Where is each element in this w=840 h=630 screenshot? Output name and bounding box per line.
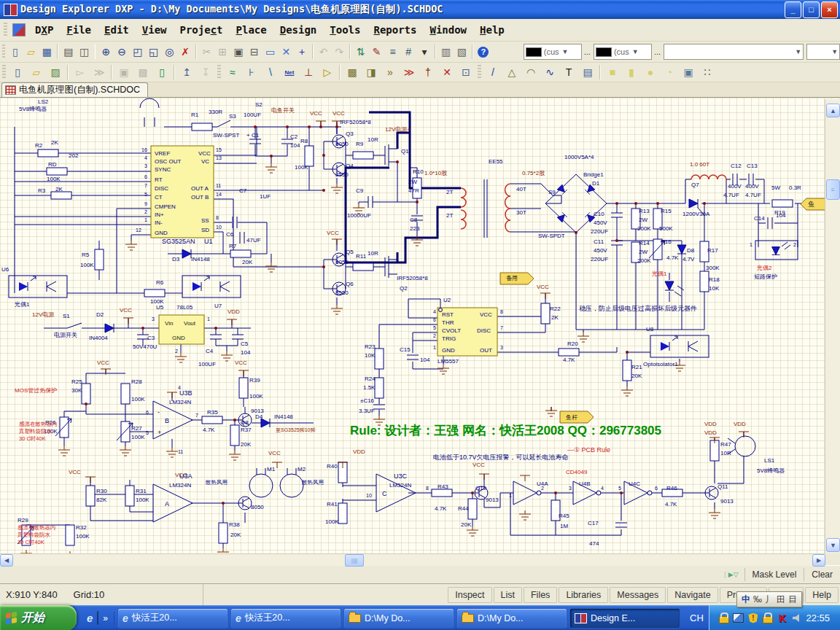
bus-entry-icon[interactable]: \ — [262, 63, 279, 81]
clear-filter-icon[interactable]: ✗ — [178, 43, 192, 61]
power-port-icon[interactable]: ▷ — [319, 63, 336, 81]
print-preview-icon[interactable]: ◫ — [77, 43, 92, 61]
save-icon[interactable]: ▦ — [40, 43, 55, 61]
ime-icon-2[interactable]: ‰ — [753, 594, 762, 604]
text-frame-icon[interactable]: ▤ — [579, 63, 596, 81]
array-icon[interactable]: ∷ — [699, 63, 716, 81]
panel-button-navigate[interactable]: Navigate — [667, 587, 718, 603]
paste-doc-icon[interactable]: ▩ — [134, 63, 152, 81]
import-icon[interactable]: ▨ — [47, 63, 64, 81]
cross-probe-icon[interactable]: ⇅ — [354, 43, 368, 61]
tray-monitor-icon[interactable] — [733, 612, 744, 623]
horizontal-scrollbar[interactable]: ◀ |||| ▶ — [0, 553, 825, 566]
wide-combo[interactable]: ▼ — [664, 44, 804, 60]
grid-dropdown-icon[interactable]: ▾ — [417, 43, 432, 61]
taskbar-button-3[interactable]: D:\My Do... — [343, 608, 454, 629]
new-document-icon[interactable]: ▯ — [8, 43, 23, 61]
quicklaunch-ie-icon[interactable]: e — [87, 612, 93, 625]
paste-icon[interactable]: ▣ — [231, 43, 246, 61]
menu-dxp[interactable]: DXP — [28, 22, 60, 38]
start-button[interactable]: 开始 — [0, 605, 77, 630]
round-rect-icon[interactable]: ▮ — [623, 63, 640, 81]
tray-lock-icon[interactable] — [762, 612, 773, 623]
rect-icon[interactable]: ■ — [604, 63, 621, 81]
mask-level-button[interactable]: Mask Level — [744, 568, 804, 581]
undo-icon[interactable]: ↶ — [316, 43, 331, 61]
copy-icon[interactable]: ⊞ — [215, 43, 230, 61]
small-combo[interactable]: ▼ — [806, 44, 840, 60]
print-icon[interactable]: ▤ — [61, 43, 76, 61]
menu-tools[interactable]: Tools — [323, 22, 367, 38]
parameter-icon[interactable]: ⊡ — [457, 63, 475, 81]
tray-kaspersky-icon[interactable]: K — [777, 612, 788, 623]
taskbar-button-2[interactable]: e快活王20... — [230, 608, 341, 629]
scroll-up-button[interactable]: ▲ — [826, 104, 840, 117]
scroll-right-button[interactable]: ▶ — [812, 554, 825, 567]
pie-icon[interactable]: ◔ — [661, 63, 678, 81]
compile-all-icon[interactable]: ≫ — [90, 63, 108, 81]
menu-file[interactable]: File — [60, 22, 98, 38]
gnd-port-icon[interactable]: ⊥ — [300, 63, 317, 81]
down-hierarchy-icon[interactable]: ↧ — [197, 63, 214, 81]
quicklaunch-window-icon[interactable] — [97, 612, 98, 625]
ime-icon-1[interactable]: 中 — [742, 594, 750, 606]
paste-array-icon[interactable]: ⊟ — [247, 43, 262, 61]
panel-button-messages[interactable]: Messages — [610, 587, 666, 603]
open-folder-icon[interactable]: ▱ — [24, 43, 39, 61]
menu-design[interactable]: Design — [273, 22, 324, 38]
toolbar-grip[interactable] — [478, 65, 481, 79]
arc-icon[interactable]: ◠ — [522, 63, 540, 81]
panel-button-libraries[interactable]: Libraries — [559, 587, 608, 603]
taskbar-button-5[interactable]: Design E... — [569, 608, 680, 629]
taskbar-button-4[interactable]: D:\My Do... — [456, 608, 567, 629]
zoom-document-icon[interactable]: ◰ — [131, 43, 145, 61]
panel-button-files[interactable]: Files — [524, 587, 557, 603]
panel-button-help[interactable]: Help — [805, 587, 839, 603]
mask-a-icon[interactable]: ▥ — [439, 43, 454, 61]
ellipse-icon[interactable]: ● — [642, 63, 659, 81]
new-sheet-icon[interactable]: ▯ — [9, 63, 26, 81]
document-tab[interactable]: 电鱼机原理图(自制).SCHDOC — [1, 82, 148, 97]
grid-icon[interactable]: # — [401, 43, 416, 61]
menu-reports[interactable]: Reports — [367, 22, 423, 38]
schematic-canvas[interactable]: LS25V8蜂鸣器S3SW-SPSTR1330R100UF+ C1C2104S2… — [0, 98, 840, 553]
toolbar-grip[interactable] — [217, 65, 221, 79]
annotate-icon[interactable]: ≡ — [386, 43, 400, 61]
text-icon[interactable]: T — [560, 63, 578, 81]
redo-icon[interactable]: ↷ — [332, 43, 347, 61]
menu-grip[interactable] — [4, 23, 7, 37]
place-bus-icon[interactable]: ⊦ — [243, 63, 260, 81]
deselect-icon[interactable]: ✕ — [279, 43, 293, 61]
off-sheet-icon[interactable]: ≫ — [400, 63, 418, 81]
language-indicator[interactable]: CH — [684, 612, 709, 623]
close-button[interactable]: × — [821, 1, 838, 18]
color-browse-button[interactable]: ... — [584, 47, 591, 56]
ime-language-bar[interactable]: 中‰丿田目 — [736, 591, 802, 607]
compile-icon[interactable]: ▻ — [71, 63, 89, 81]
scroll-left-button[interactable]: ◀ — [0, 554, 13, 567]
help-icon[interactable]: ? — [476, 43, 491, 61]
sheet-entry-icon[interactable]: ◨ — [362, 63, 380, 81]
ime-icon-4[interactable]: 田 — [777, 594, 785, 606]
menu-edit[interactable]: Edit — [98, 22, 136, 38]
menu-window[interactable]: Window — [423, 22, 473, 38]
port-icon[interactable]: » — [381, 63, 399, 81]
filter-icon[interactable]: ⋮▶▽ — [716, 571, 744, 578]
net-label-icon[interactable]: Net — [281, 63, 298, 81]
menu-help[interactable]: Help — [473, 22, 511, 38]
wizard-icon[interactable]: ✎ — [370, 43, 384, 61]
color-combo-2[interactable]: (cus▼ — [594, 44, 652, 60]
tray-volume-icon[interactable] — [791, 612, 802, 623]
zoom-out-icon[interactable]: ⊖ — [114, 43, 129, 61]
horizontal-scroll-thumb[interactable]: |||| — [345, 554, 364, 567]
tray-lock-icon[interactable] — [718, 612, 729, 623]
toolbar-grip[interactable] — [2, 65, 6, 79]
sheet-symbol-icon[interactable]: ▩ — [343, 63, 361, 81]
menu-project[interactable]: Project — [174, 22, 230, 38]
no-erc-icon[interactable]: ✕ — [438, 63, 456, 81]
toolbar-grip[interactable] — [2, 44, 5, 59]
polygon-icon[interactable]: △ — [503, 63, 521, 81]
mask-b-icon[interactable]: ▧ — [454, 43, 469, 61]
zoom-in-icon[interactable]: ⊕ — [98, 43, 113, 61]
line-icon[interactable]: / — [484, 63, 502, 81]
